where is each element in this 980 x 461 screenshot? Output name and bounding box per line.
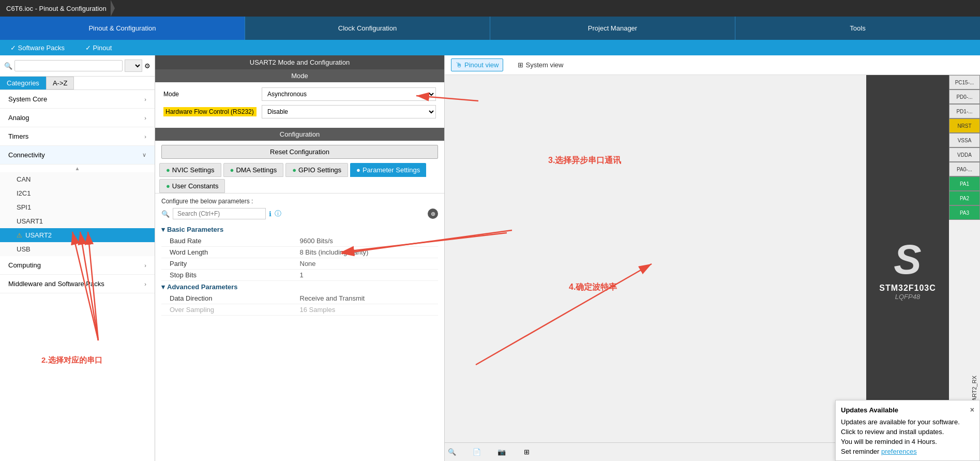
- annotation-2: 4.确定波特率: [569, 282, 617, 293]
- pin-pa0[interactable]: PA0-...: [949, 162, 980, 176]
- pin-pc15[interactable]: PC15-...: [949, 75, 980, 90]
- param-row-baud-rate: Baud Rate 9600 Bits/s: [161, 235, 438, 247]
- basic-params-header: ▾ Basic Parameters: [161, 224, 438, 235]
- check-icon: ●: [230, 166, 234, 174]
- system-view-icon: ⊞: [518, 61, 523, 69]
- tab-dma-settings[interactable]: ● DMA Settings: [223, 163, 284, 177]
- chevron-right-icon: ›: [144, 96, 146, 102]
- nav-software-packs[interactable]: ✓ Software Packs: [10, 44, 65, 52]
- second-nav: ✓ Software Packs ✓ Pinout: [0, 40, 980, 55]
- tab-user-constants[interactable]: ● User Constants: [159, 179, 225, 193]
- title-bar-arrow: [111, 0, 115, 17]
- pin-pd0[interactable]: PD0-...: [949, 90, 980, 104]
- pin-vdda[interactable]: VDDA: [949, 147, 980, 162]
- check-icon: ●: [166, 166, 170, 174]
- pin-pa2[interactable]: PA2: [949, 191, 980, 205]
- search-icon: 🔍: [4, 62, 12, 70]
- tab-a-to-z[interactable]: A->Z: [46, 77, 74, 90]
- nav-pinout[interactable]: ✓ Pinout: [85, 44, 112, 52]
- fit-page-button[interactable]: 📄: [470, 445, 484, 459]
- param-row-parity: Parity None: [161, 258, 438, 270]
- sidebar-item-computing[interactable]: Computing ›: [0, 256, 155, 275]
- center-panel: USART2 Mode and Configuration Mode Mode …: [155, 55, 445, 461]
- param-area: Configure the below parameters : 🔍 ℹ ⓘ ⊕…: [155, 194, 444, 461]
- sidebar-tabs: Categories A->Z: [0, 77, 155, 90]
- tab-gpio-settings[interactable]: ● GPIO Settings: [285, 163, 348, 177]
- pinout-view-icon: 🖱: [456, 61, 462, 69]
- sidebar-subitem-usart2[interactable]: ⚠ USART2: [0, 228, 155, 242]
- info-icon[interactable]: ℹ: [269, 210, 272, 218]
- annotation-1: 3.选择异步串口通讯: [548, 155, 621, 166]
- tab-project-manager[interactable]: Project Manager: [490, 17, 735, 40]
- sidebar-item-system-core[interactable]: System Core ›: [0, 90, 155, 109]
- tab-tools[interactable]: Tools: [735, 17, 980, 40]
- check-icon: ●: [166, 182, 170, 190]
- collapse-icon[interactable]: ▾: [161, 226, 165, 233]
- panel-title: USART2 Mode and Configuration: [155, 55, 444, 69]
- chevron-down-icon: ∨: [142, 152, 146, 158]
- chip-pkg: LQFP48: [895, 293, 920, 301]
- sidebar-search-bar: 🔍 ⚙: [0, 55, 155, 77]
- mode-select[interactable]: Asynchronous: [262, 87, 436, 101]
- sidebar-item-connectivity[interactable]: Connectivity ∨: [0, 146, 155, 165]
- updates-close-button[interactable]: ×: [970, 406, 974, 414]
- chevron-right-icon: ›: [144, 281, 146, 287]
- right-panel-toolbar: 🖱 Pinout view ⊞ System view: [445, 55, 980, 75]
- grid-button[interactable]: ⊞: [519, 445, 534, 459]
- param-row-stop-bits: Stop Bits 1: [161, 270, 438, 281]
- updates-line1: Updates are available for your software.: [841, 418, 974, 426]
- pin-pa3[interactable]: PA3: [949, 205, 980, 220]
- sidebar-item-analog[interactable]: Analog ›: [0, 109, 155, 127]
- right-panel: 🖱 Pinout view ⊞ System view PC15-... PD0…: [445, 55, 980, 461]
- collapse-icon[interactable]: ▾: [161, 283, 165, 291]
- chip-area: PC15-... PD0-... PD1-... NRST VSSA VDDA …: [445, 75, 980, 461]
- sidebar: 🔍 ⚙ Categories A->Z System Core › Analog…: [0, 55, 155, 461]
- updates-line4: Set reminder preferences: [841, 448, 974, 455]
- pin-pa1[interactable]: PA1: [949, 176, 980, 191]
- sidebar-item-middleware[interactable]: Middleware and Software Packs ›: [0, 275, 155, 293]
- connectivity-sub-items: CAN I2C1 SPI1 USART1 ⚠ USART2 USB: [0, 172, 155, 256]
- search-input[interactable]: [14, 60, 123, 71]
- system-view-button[interactable]: ⊞ System view: [514, 59, 567, 71]
- sidebar-subitem-spi1[interactable]: SPI1: [0, 200, 155, 214]
- param-row-over-sampling: Over Sampling 16 Samples: [161, 304, 438, 316]
- flow-control-select[interactable]: Disable: [262, 105, 436, 118]
- updates-title: Updates Available: [841, 406, 898, 414]
- pinout-view-button[interactable]: 🖱 Pinout view: [451, 58, 503, 71]
- search-icon: 🔍: [161, 210, 170, 218]
- pin-nrst[interactable]: NRST: [949, 118, 980, 133]
- pin-pd1[interactable]: PD1-...: [949, 104, 980, 118]
- tab-clock-config[interactable]: Clock Configuration: [245, 17, 490, 40]
- sidebar-subitem-usart1[interactable]: USART1: [0, 214, 155, 228]
- tab-categories[interactable]: Categories: [0, 77, 46, 90]
- grid-icon: ⊞: [524, 448, 530, 456]
- param-search-input[interactable]: [173, 208, 266, 219]
- flow-control-row: Hardware Flow Control (RS232) Disable: [163, 105, 436, 118]
- search-select[interactable]: [125, 60, 142, 72]
- settings-icon[interactable]: ⊕: [428, 209, 438, 219]
- tab-pinout-config[interactable]: Pinout & Configuration: [0, 17, 245, 40]
- updates-preferences-link[interactable]: preferences: [881, 448, 917, 455]
- chevron-right-icon: ›: [144, 262, 146, 269]
- sidebar-subitem-i2c1[interactable]: I2C1: [0, 186, 155, 200]
- tab-parameter-settings[interactable]: ● Parameter Settings: [350, 163, 426, 177]
- zoom-in-button[interactable]: 🔍: [445, 445, 459, 459]
- reset-config-button[interactable]: Reset Configuration: [161, 145, 438, 159]
- chip-name: STM32F103C: [879, 284, 936, 293]
- sidebar-subitem-usb[interactable]: USB: [0, 242, 155, 256]
- sidebar-item-timers[interactable]: Timers ›: [0, 127, 155, 146]
- tab-nvic-settings[interactable]: ● NVIC Settings: [159, 163, 221, 177]
- param-row-data-direction: Data Direction Receive and Transmit: [161, 293, 438, 304]
- screenshot-button[interactable]: 📷: [494, 445, 509, 459]
- sidebar-subitem-can[interactable]: CAN: [0, 172, 155, 186]
- arrow-icon: ⓘ: [275, 209, 281, 218]
- mode-header: Mode: [155, 69, 444, 82]
- title-bar: C6T6.ioc - Pinout & Configuration: [0, 0, 980, 17]
- updates-popup: Updates Available × Updates are availabl…: [835, 400, 980, 461]
- param-title: Configure the below parameters :: [161, 198, 438, 205]
- check-icon: ●: [292, 166, 296, 174]
- chevron-right-icon: ›: [144, 115, 146, 121]
- check-icon: ●: [356, 166, 360, 174]
- pin-vssa[interactable]: VSSA: [949, 133, 980, 147]
- gear-icon[interactable]: ⚙: [144, 62, 150, 70]
